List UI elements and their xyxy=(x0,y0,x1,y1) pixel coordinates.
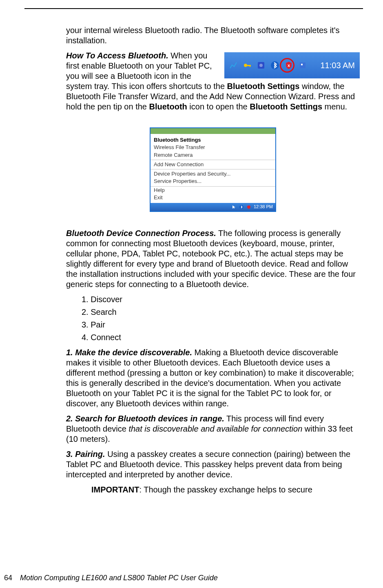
mini-shield-icon xyxy=(246,205,251,209)
important-label: IMPORTANT xyxy=(91,485,139,494)
menu-item-help: Help xyxy=(151,187,275,194)
square-icon xyxy=(255,60,267,71)
intro-continuation: your internal wireless Bluetooth radio. … xyxy=(66,25,360,46)
step-discover: 1. Discover xyxy=(82,294,360,305)
step1-text: Making a Bluetooth device discoverable m… xyxy=(66,348,354,408)
menu-clock: 12:38 PM xyxy=(254,204,273,210)
step3-heading: 3. Pairing. xyxy=(66,450,105,459)
svg-rect-2 xyxy=(250,65,250,67)
context-menu-screenshot: Bluetooth Settings Wireless File Transfe… xyxy=(66,127,360,212)
step-search: 2. Search xyxy=(82,307,360,317)
menu-item-wft: Wireless File Transfer xyxy=(151,144,275,151)
process-text: The following process is generally commo… xyxy=(66,229,356,289)
step3-paragraph: 3. Pairing. Using a passkey creates a se… xyxy=(66,449,360,480)
step1-heading: 1. Make the device discoverable. xyxy=(66,348,192,357)
shield-icon: x xyxy=(283,60,294,71)
mini-bluetooth-icon xyxy=(239,205,244,209)
menu-item-camera: Remote Camera xyxy=(151,151,275,159)
bluetooth-icon xyxy=(269,60,281,71)
howto-bold2: Bluetooth xyxy=(149,102,187,111)
page-number: 64 xyxy=(4,574,12,582)
step2-paragraph: 2. Search for Bluetooth devices in range… xyxy=(66,414,360,444)
howto-text3: icon to open the xyxy=(187,102,250,111)
mini-cursor-icon xyxy=(232,205,237,209)
horizontal-rule xyxy=(24,8,363,9)
step-pair: 3. Pair xyxy=(82,320,360,330)
page-content: your internal wireless Bluetooth radio. … xyxy=(66,25,360,495)
menu-item-devprops: Device Properties and Security... xyxy=(151,170,275,178)
process-heading: Bluetooth Device Connection Process. xyxy=(66,229,216,238)
svg-text:x: x xyxy=(288,63,290,68)
steps-list: 1. Discover 2. Search 3. Pair 4. Connect xyxy=(82,294,360,343)
menu-top-band xyxy=(151,128,275,134)
howto-heading: How To Access Bluetooth. xyxy=(66,51,168,60)
step1-paragraph: 1. Make the device discoverable. Making … xyxy=(66,347,360,409)
fw-icon xyxy=(297,60,308,71)
menu-item-svcprops: Service Properties... xyxy=(151,178,275,185)
svg-point-0 xyxy=(244,64,247,67)
key-icon xyxy=(241,60,253,71)
process-paragraph: Bluetooth Device Connection Process. The… xyxy=(66,228,360,290)
book-title: Motion Computing LE1600 and LS800 Tablet… xyxy=(20,574,218,582)
important-text: : Though the passkey exchange helps to s… xyxy=(139,485,312,494)
howto-text4: menu. xyxy=(322,102,347,111)
howto-bold3: Bluetooth Settings xyxy=(250,102,322,111)
systray-screenshot: x 11:03 AM xyxy=(224,52,360,78)
system-tray: x 11:03 AM xyxy=(224,52,360,78)
important-paragraph: IMPORTANT: Though the passkey exchange h… xyxy=(91,485,360,495)
tray-clock: 11:03 AM xyxy=(320,60,355,71)
context-menu: Bluetooth Settings Wireless File Transfe… xyxy=(150,127,276,212)
step-connect: 4. Connect xyxy=(82,332,360,343)
menu-item-settings: Bluetooth Settings xyxy=(151,136,275,144)
howto-bold1: Bluetooth Settings xyxy=(227,82,300,91)
step2-heading: 2. Search for Bluetooth devices in range… xyxy=(66,414,224,423)
svg-point-4 xyxy=(259,64,263,67)
menu-item-exit: Exit xyxy=(151,194,275,201)
step3-text: Using a passkey creates a secure connect… xyxy=(66,450,350,479)
menu-item-add: Add New Connection xyxy=(151,161,275,168)
page-footer: 64 Motion Computing LE1600 and LS800 Tab… xyxy=(4,574,218,582)
network-icon xyxy=(228,60,239,71)
menu-taskbar: 12:38 PM xyxy=(151,203,275,211)
howto-paragraph: x 11:03 AM How To Access Bluetooth. When… xyxy=(66,51,360,112)
menu-body: Bluetooth Settings Wireless File Transfe… xyxy=(151,134,275,203)
step2-italic: that is discoverable and available for c… xyxy=(128,424,302,433)
